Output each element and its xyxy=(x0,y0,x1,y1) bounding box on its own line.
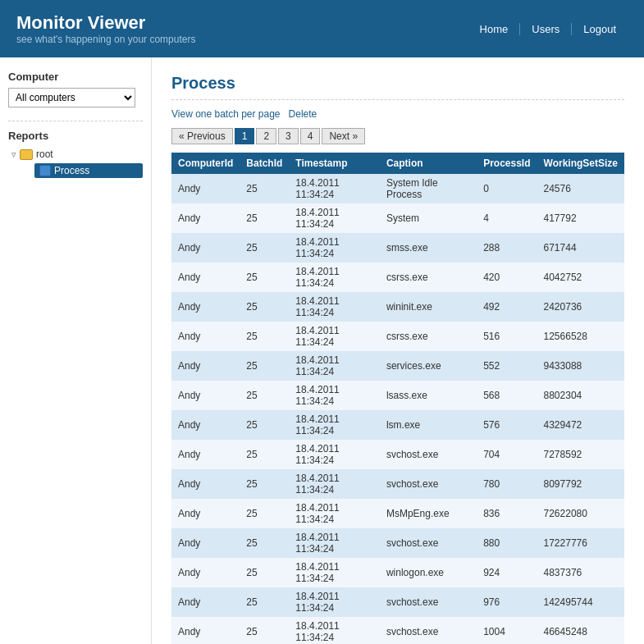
cell-9-4: 704 xyxy=(477,440,537,469)
cell-3-5: 4042752 xyxy=(537,263,624,292)
cell-2-3: smss.exe xyxy=(380,233,477,263)
cell-1-3: System xyxy=(380,203,477,233)
cell-2-0: Andy xyxy=(171,233,240,263)
cell-8-3: lsm.exe xyxy=(380,410,477,440)
cell-1-2: 18.4.2011 11:34:24 xyxy=(289,203,380,233)
table-row: Andy2518.4.2011 11:34:24services.exe5529… xyxy=(171,351,624,381)
cell-10-4: 780 xyxy=(477,469,537,499)
cell-15-2: 18.4.2011 11:34:24 xyxy=(289,617,380,644)
cell-12-2: 18.4.2011 11:34:24 xyxy=(289,528,380,558)
cell-14-2: 18.4.2011 11:34:24 xyxy=(289,587,380,617)
cell-13-0: Andy xyxy=(171,558,240,587)
cell-14-1: 25 xyxy=(240,587,289,617)
cell-14-4: 976 xyxy=(477,587,537,617)
cell-8-2: 18.4.2011 11:34:24 xyxy=(289,410,380,440)
col-workingsetsize: WorkingSetSize xyxy=(537,153,624,174)
cell-12-3: svchost.exe xyxy=(380,528,477,558)
nav-home[interactable]: Home xyxy=(468,23,521,35)
table-row: Andy2518.4.2011 11:34:24csrss.exe5161256… xyxy=(171,322,624,351)
process-table: ComputerId BatchId Timestamp Caption Pro… xyxy=(171,153,624,644)
cell-2-4: 288 xyxy=(477,233,537,263)
tree-process-label: Process xyxy=(54,165,89,176)
table-row: Andy2518.4.2011 11:34:24svchost.exe88017… xyxy=(171,528,624,558)
page-1-top[interactable]: 1 xyxy=(235,128,255,144)
cell-6-2: 18.4.2011 11:34:24 xyxy=(289,351,380,381)
cell-3-0: Andy xyxy=(171,263,240,292)
table-header-row: ComputerId BatchId Timestamp Caption Pro… xyxy=(171,153,624,174)
cell-0-1: 25 xyxy=(240,174,289,203)
view-one-batch-link[interactable]: View one batch per page xyxy=(171,108,281,120)
tree-root[interactable]: ▿ root xyxy=(11,148,143,160)
cell-7-0: Andy xyxy=(171,381,240,410)
brand: Monitor Viewer see what's happening on y… xyxy=(16,12,195,45)
page-4-top[interactable]: 4 xyxy=(300,128,321,144)
cell-8-5: 4329472 xyxy=(537,410,624,440)
cell-0-4: 0 xyxy=(477,174,537,203)
cell-11-0: Andy xyxy=(171,499,240,528)
table-body: Andy2518.4.2011 11:34:24System Idle Proc… xyxy=(171,174,624,644)
tree-process-item[interactable]: Process xyxy=(34,163,143,178)
cell-9-3: svchost.exe xyxy=(380,440,477,469)
cell-8-0: Andy xyxy=(171,410,240,440)
cell-1-1: 25 xyxy=(240,203,289,233)
delete-link[interactable]: Delete xyxy=(289,108,317,120)
cell-3-4: 420 xyxy=(477,263,537,292)
col-caption: Caption xyxy=(380,153,477,174)
nav-users[interactable]: Users xyxy=(520,23,572,35)
page-title: Process xyxy=(171,74,624,100)
cell-10-0: Andy xyxy=(171,469,240,499)
col-computerid: ComputerId xyxy=(171,153,240,174)
cell-9-2: 18.4.2011 11:34:24 xyxy=(289,440,380,469)
cell-6-4: 552 xyxy=(477,351,537,381)
header: Monitor Viewer see what's happening on y… xyxy=(0,0,644,57)
main-content: Process View one batch per page Delete «… xyxy=(152,57,644,644)
cell-1-4: 4 xyxy=(477,203,537,233)
tree-expand-icon: ▿ xyxy=(11,149,16,160)
cell-6-1: 25 xyxy=(240,351,289,381)
cell-5-3: csrss.exe xyxy=(380,322,477,351)
cell-15-4: 1004 xyxy=(477,617,537,644)
cell-9-5: 7278592 xyxy=(537,440,624,469)
next-page-top[interactable]: Next » xyxy=(322,128,365,144)
cell-6-5: 9433088 xyxy=(537,351,624,381)
cell-15-0: Andy xyxy=(171,617,240,644)
tree: ▿ root Process xyxy=(8,148,143,178)
page-3-top[interactable]: 3 xyxy=(278,128,299,144)
col-processid: ProcessId xyxy=(477,153,537,174)
table-row: Andy2518.4.2011 11:34:24svchost.exe10044… xyxy=(171,617,624,644)
cell-1-5: 417792 xyxy=(537,203,624,233)
table-row: Andy2518.4.2011 11:34:24smss.exe28867174… xyxy=(171,233,624,263)
reports-section: Reports ▿ root Process xyxy=(8,121,143,178)
table-row: Andy2518.4.2011 11:34:24System Idle Proc… xyxy=(171,174,624,203)
cell-15-1: 25 xyxy=(240,617,289,644)
computer-select[interactable]: All computers xyxy=(8,88,135,107)
table-row: Andy2518.4.2011 11:34:24csrss.exe4204042… xyxy=(171,263,624,292)
cell-13-2: 18.4.2011 11:34:24 xyxy=(289,558,380,587)
nav-logout[interactable]: Logout xyxy=(572,23,628,35)
pagination-top: « Previous 1 2 3 4 Next » xyxy=(171,128,624,144)
cell-4-1: 25 xyxy=(240,292,289,322)
cell-9-1: 25 xyxy=(240,440,289,469)
cell-5-1: 25 xyxy=(240,322,289,351)
table-row: Andy2518.4.2011 11:34:24lsm.exe576432947… xyxy=(171,410,624,440)
cell-14-5: 142495744 xyxy=(537,587,624,617)
cell-2-2: 18.4.2011 11:34:24 xyxy=(289,233,380,263)
cell-7-5: 8802304 xyxy=(537,381,624,410)
cell-4-4: 492 xyxy=(477,292,537,322)
tree-child: Process xyxy=(11,163,143,178)
action-links: View one batch per page Delete xyxy=(171,108,624,120)
cell-10-5: 8097792 xyxy=(537,469,624,499)
cell-4-3: wininit.exe xyxy=(380,292,477,322)
prev-page-top[interactable]: « Previous xyxy=(171,128,233,144)
cell-8-4: 576 xyxy=(477,410,537,440)
table-row: Andy2518.4.2011 11:34:24svchost.exe97614… xyxy=(171,587,624,617)
cell-13-5: 4837376 xyxy=(537,558,624,587)
cell-11-5: 72622080 xyxy=(537,499,624,528)
cell-3-2: 18.4.2011 11:34:24 xyxy=(289,263,380,292)
page-2-top[interactable]: 2 xyxy=(256,128,276,144)
cell-1-0: Andy xyxy=(171,203,240,233)
cell-13-4: 924 xyxy=(477,558,537,587)
table-row: Andy2518.4.2011 11:34:24wininit.exe49224… xyxy=(171,292,624,322)
cell-12-4: 880 xyxy=(477,528,537,558)
cell-4-0: Andy xyxy=(171,292,240,322)
